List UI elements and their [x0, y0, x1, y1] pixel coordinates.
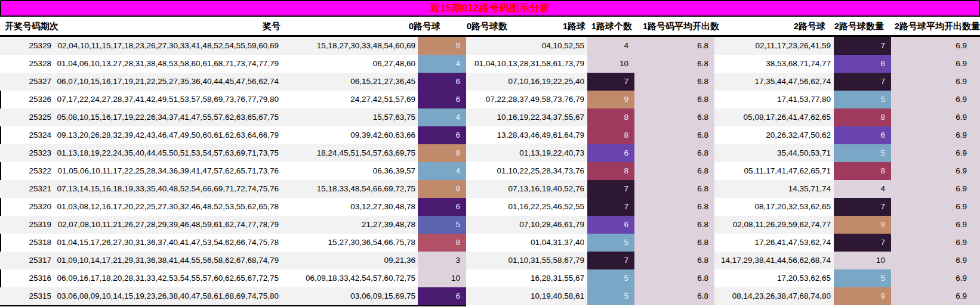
cell-period: 25322	[0, 162, 54, 180]
cell-period: 25319	[0, 216, 54, 234]
cell-road2-count: 6	[834, 55, 891, 73]
cell-road2-balls: 05,08,17,26,41,47,62,65	[714, 108, 834, 126]
cell-road0-balls: 03,12,27,30,48,78	[281, 198, 418, 216]
cell-road1-count: 8	[587, 126, 634, 144]
cell-road2-balls: 05,11,17,41,47,62,65,71	[714, 162, 834, 180]
cell-road2-average: 6.9	[891, 269, 980, 287]
cell-road1-balls: 10,16,19,22,34,37,55,67	[466, 108, 587, 126]
cell-road1-count: 7	[587, 198, 634, 216]
cell-road2-count: 5	[834, 144, 891, 162]
cell-road1-average: 6.8	[634, 180, 714, 198]
cell-winning-numbers: 01,05,06,10,11,17,22,25,28,34,36,39,41,4…	[54, 162, 281, 180]
cell-road2-count: 6	[834, 126, 891, 144]
cell-road0-balls: 18,24,45,51,54,57,63,69,75	[281, 144, 418, 162]
cell-road2-count: 9	[834, 216, 891, 234]
cell-period: 25326	[0, 91, 54, 108]
cell-road1-average: 6.8	[634, 269, 714, 287]
cell-road1-count: 10	[587, 55, 634, 73]
cell-period: 25327	[0, 73, 54, 91]
cell-road2-count: 4	[834, 180, 891, 198]
table-row: 25328 01,04,06,10,13,27,28,31,38,48,53,5…	[0, 55, 980, 73]
table-row: 25316 06,09,16,17,18,20,28,31,33,42,53,5…	[0, 269, 980, 287]
cell-road1-count: 6	[587, 144, 634, 162]
table-row: 25317 01,09,10,14,17,21,29,31,36,38,41,4…	[0, 252, 980, 269]
cell-road2-count: 7	[834, 73, 891, 91]
cell-road2-balls: 17,26,41,47,53,62,74	[714, 234, 834, 252]
cell-road1-average: 6.8	[634, 198, 714, 216]
cell-road2-average: 6.9	[891, 37, 980, 55]
cell-road2-average: 6.9	[891, 180, 980, 198]
cell-period: 25315	[0, 287, 54, 305]
cell-road2-average: 6.9	[891, 216, 980, 234]
cell-winning-numbers: 02,07,08,10,11,21,26,27,28,29,39,46,48,5…	[54, 216, 281, 234]
table-header-row: 开奖号码期次 奖号 0路号球 0路号球数 1路球 1路球个数 1路号码平均开出数…	[0, 17, 980, 37]
cell-road1-average: 6.8	[634, 91, 714, 108]
cell-road2-count: 5	[834, 91, 891, 108]
cell-road0-count: 10	[418, 269, 466, 287]
column-header-numbers: 奖号	[84, 17, 281, 35]
cell-road1-balls: 07,10,28,46,61,79	[466, 216, 587, 234]
cell-road1-balls: 10,19,40,58,61	[466, 287, 587, 305]
cell-winning-numbers: 01,13,18,19,22,24,35,40,44,45,50,51,53,5…	[54, 144, 281, 162]
cell-winning-numbers: 02,04,10,11,15,17,18,23,26,27,30,33,41,4…	[54, 37, 281, 55]
cell-road2-balls: 17,41,53,77,80	[714, 91, 834, 108]
cell-road2-average: 6.9	[891, 55, 980, 73]
cell-road2-count: 8	[834, 108, 891, 126]
cell-road0-count: 3	[418, 252, 466, 269]
cell-period: 25317	[0, 252, 54, 269]
column-header-road2-balls: 2路号球	[719, 17, 825, 35]
cell-winning-numbers: 03,06,08,09,10,14,15,19,23,26,38,40,47,5…	[54, 287, 281, 305]
cell-road0-count: 5	[418, 216, 466, 234]
cell-road2-balls: 38,53,68,71,74,77	[714, 55, 834, 73]
cell-road0-count: 9	[418, 37, 466, 55]
cell-period: 25329	[0, 37, 54, 55]
cell-road2-count: 8	[834, 162, 891, 180]
cell-road1-count: 7	[587, 73, 634, 91]
cell-winning-numbers: 07,17,22,24,27,28,37,41,42,49,51,53,57,5…	[54, 91, 281, 108]
column-header-road1-count: 1路球个数	[585, 17, 632, 35]
cell-road1-average: 6.8	[634, 126, 714, 144]
cell-road2-average: 6.9	[891, 126, 980, 144]
cell-period: 25318	[0, 234, 54, 252]
column-header-road1-balls: 1路球	[507, 17, 585, 35]
cell-road0-balls: 24,27,42,51,57,69	[281, 91, 418, 108]
cell-road2-balls: 02,08,11,26,29,59,62,74,77	[714, 216, 834, 234]
cell-road2-balls: 08,14,23,26,38,47,68,74,80	[714, 287, 834, 305]
cell-road0-balls: 03,06,09,15,69,75	[281, 287, 418, 305]
table-row: 25321 07,13,14,15,16,18,19,33,35,40,48,5…	[0, 180, 980, 198]
column-header-road0-balls: 0路号球	[281, 17, 440, 35]
cell-road0-count: 9	[418, 144, 466, 162]
cell-road2-count: 7	[834, 37, 891, 55]
cell-period: 25325	[0, 108, 54, 126]
column-header-road0-count: 0路号球数	[440, 17, 507, 35]
table-row: 25329 02,04,10,11,15,17,18,23,26,27,30,3…	[0, 37, 980, 55]
cell-period: 25323	[0, 144, 54, 162]
cell-road2-average: 6.9	[891, 108, 980, 126]
cell-road2-count: 5	[834, 269, 891, 287]
table-row: 25327 06,07,10,15,16,17,19,21,22,25,27,3…	[0, 73, 980, 91]
cell-road1-balls: 07,13,16,19,40,52,76	[466, 180, 587, 198]
cell-road1-balls: 01,16,22,25,46,52,55	[466, 198, 587, 216]
analysis-table: 近15期012路号码图示分析 开奖号码期次 奖号 0路号球 0路号球数 1路球 …	[0, 0, 980, 307]
cell-period: 25324	[0, 126, 54, 144]
cell-road1-average: 6.8	[634, 234, 714, 252]
cell-road0-count: 6	[418, 198, 466, 216]
cell-road2-average: 6.9	[891, 252, 980, 269]
cell-road2-count: 7	[834, 234, 891, 252]
cell-road1-count: 5	[587, 234, 634, 252]
cell-road1-count: 8	[587, 162, 634, 180]
cell-winning-numbers: 01,09,10,14,17,21,29,31,36,38,41,44,55,5…	[54, 252, 281, 269]
column-header-period: 开奖号码期次	[0, 17, 84, 35]
cell-road1-count: 6	[587, 216, 634, 234]
cell-road2-average: 6.9	[891, 73, 980, 91]
cell-road0-count: 4	[418, 108, 466, 126]
cell-road1-balls: 07,10,16,19,22,25,40	[466, 73, 587, 91]
cell-road2-balls: 14,17,29,38,41,44,56,62,68,74	[714, 252, 834, 269]
cell-road1-average: 6.8	[634, 252, 714, 269]
cell-winning-numbers: 01,04,15,17,26,27,30,31,36,37,40,41,47,5…	[54, 234, 281, 252]
cell-period: 25328	[0, 55, 54, 73]
cell-road1-balls: 01,13,19,22,40,73	[466, 144, 587, 162]
table-row: 25324 09,13,20,26,28,32,39,42,43,46,47,4…	[0, 126, 980, 144]
cell-road0-count: 6	[418, 126, 466, 144]
cell-winning-numbers: 01,03,08,12,16,17,20,22,25,27,30,32,46,4…	[54, 198, 281, 216]
